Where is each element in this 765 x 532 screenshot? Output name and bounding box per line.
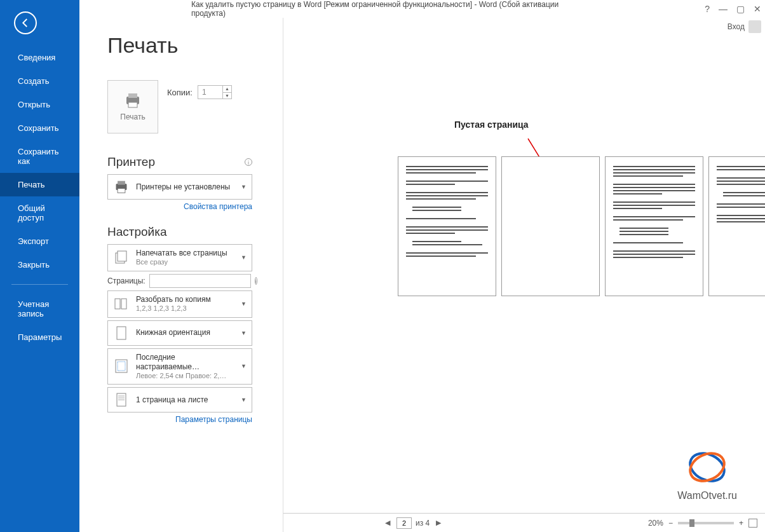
- print-range-text: Напечатать все страницы Все сразу: [136, 249, 234, 267]
- printer-section-head: Принтер i: [107, 133, 252, 169]
- orientation-text: Книжная ориентация: [136, 328, 234, 338]
- sidebar-item-close[interactable]: Закрыть: [0, 253, 79, 276]
- zoom-slider[interactable]: [678, 522, 734, 524]
- page-thumb-2-empty[interactable]: [501, 156, 600, 296]
- preview-bottom-bar: ◀ из 4 ▶ 20% − +: [283, 513, 765, 532]
- pages-label: Страницы:: [107, 276, 146, 285]
- printer-dropdown[interactable]: Принтеры не установлены ▼: [107, 174, 252, 200]
- preview-annotation-label: Пустая страница: [454, 119, 529, 130]
- back-button[interactable]: [14, 11, 37, 34]
- sidebar-item-info[interactable]: Сведения: [0, 46, 79, 69]
- svg-rect-8: [115, 299, 120, 309]
- collate-icon: [113, 296, 130, 312]
- zoom-value: 20%: [648, 519, 663, 528]
- svg-rect-4: [118, 181, 125, 185]
- sidebar-divider: [11, 284, 68, 285]
- print-settings-column: Печать Копии: ▲ ▼ Принтер i Принтеры не …: [107, 80, 252, 433]
- sidebar-item-options[interactable]: Параметры: [0, 325, 79, 349]
- svg-rect-1: [128, 93, 137, 98]
- copies-spinner[interactable]: ▲ ▼: [198, 85, 232, 99]
- collate-text: Разобрать по копиям 1,2,3 1,2,3 1,2,3: [136, 295, 234, 313]
- maximize-icon[interactable]: ▢: [736, 4, 745, 14]
- spinner-buttons: ▲ ▼: [222, 86, 231, 99]
- page-thumb-4[interactable]: [708, 156, 765, 296]
- window-controls: ? — ▢ ✕: [705, 4, 761, 14]
- page-total-label: из 4: [416, 519, 430, 528]
- sidebar-item-save[interactable]: Сохранить: [0, 116, 79, 140]
- svg-point-19: [686, 449, 729, 485]
- watermark-text: WamOtvet.ru: [677, 490, 737, 501]
- svg-rect-10: [117, 327, 126, 339]
- chevron-down-icon: ▼: [241, 330, 247, 336]
- copies-row: Копии: ▲ ▼: [167, 80, 252, 99]
- pages-icon: [113, 249, 130, 266]
- page-nav: ◀ из 4 ▶: [382, 517, 443, 529]
- spinner-down-icon[interactable]: ▼: [223, 93, 231, 99]
- minimize-icon[interactable]: —: [719, 4, 728, 14]
- per-sheet-text: 1 страница на листе: [136, 395, 234, 405]
- page-setup-link[interactable]: Параметры страницы: [107, 415, 252, 424]
- zoom-in-button[interactable]: +: [739, 519, 743, 528]
- info-icon[interactable]: i: [255, 277, 257, 285]
- printer-dd-icon: [113, 179, 130, 195]
- margins-text: Последние настраиваемые… Левое: 2,54 см …: [136, 353, 234, 381]
- info-icon[interactable]: i: [245, 158, 252, 166]
- settings-heading: Настройка: [107, 225, 167, 239]
- page-per-sheet-icon: [113, 392, 130, 408]
- chevron-down-icon: ▼: [241, 397, 247, 403]
- chevron-down-icon: ▼: [241, 363, 247, 369]
- main-content: Печать Печать Копии: ▲ ▼ Принтер i: [79, 18, 765, 532]
- sidebar-item-print[interactable]: Печать: [0, 173, 79, 196]
- sidebar-item-share[interactable]: Общий доступ: [0, 196, 79, 229]
- orientation-dropdown[interactable]: Книжная ориентация ▼: [107, 320, 252, 346]
- watermark-logo-icon: [685, 449, 729, 485]
- printer-icon: [123, 92, 142, 109]
- printer-heading: Принтер: [107, 155, 155, 169]
- current-page-input[interactable]: [396, 517, 412, 529]
- page-thumb-3[interactable]: [605, 156, 703, 296]
- margins-icon: [113, 358, 130, 374]
- backstage-sidebar: Сведения Создать Открыть Сохранить Сохра…: [0, 0, 79, 532]
- sidebar-item-saveas[interactable]: Сохранить как: [0, 140, 79, 173]
- per-sheet-dropdown[interactable]: 1 страница на листе ▼: [107, 387, 252, 413]
- prev-page-button[interactable]: ◀: [382, 517, 393, 528]
- chevron-down-icon: ▼: [241, 254, 247, 261]
- watermark: WamOtvet.ru: [677, 449, 737, 501]
- svg-rect-2: [128, 102, 137, 107]
- sidebar-item-open[interactable]: Открыть: [0, 93, 79, 116]
- pages-row: Страницы: i: [107, 274, 252, 288]
- svg-rect-9: [121, 299, 126, 309]
- settings-section-head: Настройка: [107, 225, 252, 239]
- sidebar-item-account[interactable]: Учетная запись: [0, 292, 79, 325]
- collate-dropdown[interactable]: Разобрать по копиям 1,2,3 1,2,3 1,2,3 ▼: [107, 290, 252, 318]
- portrait-icon: [113, 325, 130, 341]
- print-button-label: Печать: [120, 113, 145, 121]
- chevron-down-icon: ▼: [241, 184, 247, 190]
- print-button[interactable]: Печать: [107, 80, 158, 133]
- page-thumb-1[interactable]: [398, 156, 496, 296]
- spinner-up-icon[interactable]: ▲: [223, 86, 231, 93]
- page-thumbnails: [398, 156, 765, 296]
- printer-properties-link[interactable]: Свойства принтера: [107, 202, 252, 211]
- sidebar-item-new[interactable]: Создать: [0, 69, 79, 93]
- window-title: Как удалить пустую страницу в Word [Режи…: [191, 0, 574, 18]
- svg-rect-7: [118, 251, 126, 261]
- print-preview: Пустая страница: [283, 18, 765, 532]
- copies-label: Копии:: [167, 88, 193, 97]
- chevron-down-icon: ▼: [241, 301, 247, 307]
- zoom-controls: 20% − +: [648, 519, 757, 528]
- svg-rect-5: [118, 189, 125, 193]
- margins-dropdown[interactable]: Последние настраиваемые… Левое: 2,54 см …: [107, 348, 252, 385]
- next-page-button[interactable]: ▶: [433, 517, 443, 528]
- sidebar-item-export[interactable]: Экспорт: [0, 229, 79, 253]
- arrow-left-icon: [20, 17, 31, 29]
- printer-dd-text: Принтеры не установлены: [136, 182, 234, 192]
- close-icon[interactable]: ✕: [754, 4, 761, 14]
- pages-input[interactable]: [149, 274, 251, 288]
- help-icon[interactable]: ?: [705, 4, 710, 14]
- title-bar: Как удалить пустую страницу в Word [Режи…: [0, 0, 765, 18]
- fit-page-button[interactable]: [748, 519, 757, 528]
- zoom-out-button[interactable]: −: [668, 519, 673, 528]
- print-range-dropdown[interactable]: Напечатать все страницы Все сразу ▼: [107, 244, 252, 271]
- copies-input[interactable]: [198, 88, 221, 97]
